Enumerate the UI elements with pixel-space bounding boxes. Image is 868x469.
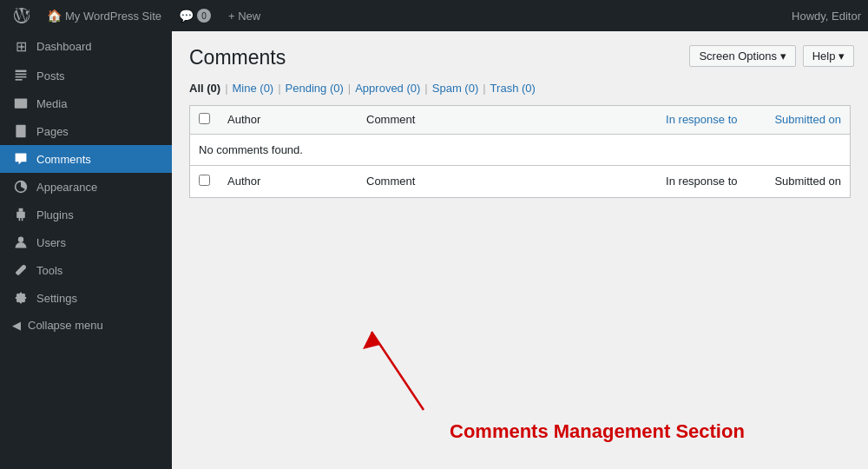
filter-link-mine[interactable]: Mine (0) <box>233 82 274 95</box>
plugins-icon <box>12 208 30 221</box>
comments-table: Author Comment In response to Submitted … <box>189 105 851 198</box>
svg-point-16 <box>18 237 23 242</box>
sidebar: ⊞ Dashboard Posts Media Pages Comments <box>0 31 172 469</box>
dashboard-icon: ⊞ <box>12 38 30 55</box>
svg-rect-3 <box>16 79 23 81</box>
screen-options-button[interactable]: Screen Options ▾ <box>689 45 795 67</box>
submitted-header: Submitted on <box>746 105 851 134</box>
site-name-button[interactable]: 🏠 My WordPress Site <box>40 0 168 31</box>
sidebar-item-pages[interactable]: Pages <box>0 117 172 145</box>
svg-rect-0 <box>16 70 27 72</box>
sidebar-item-users[interactable]: Users <box>0 228 172 256</box>
svg-line-17 <box>372 332 424 410</box>
svg-rect-15 <box>22 218 23 221</box>
svg-rect-8 <box>17 128 24 129</box>
sidebar-item-label: Settings <box>36 292 77 305</box>
sidebar-item-label: Comments <box>36 153 91 166</box>
collapse-icon: ◀ <box>12 319 21 332</box>
sidebar-item-posts[interactable]: Posts <box>0 62 172 89</box>
select-all-header <box>190 105 220 134</box>
main-layout: ⊞ Dashboard Posts Media Pages Comments <box>0 31 868 469</box>
admin-bar: 🏠 My WordPress Site 💬 0 + New Howdy, Edi… <box>0 0 868 31</box>
footer-comment-cell: Comment <box>358 165 616 197</box>
help-button[interactable]: Help ▾ <box>803 45 854 67</box>
svg-rect-9 <box>17 129 24 130</box>
sidebar-item-appearance[interactable]: Appearance <box>0 173 172 201</box>
annotation-arrow <box>354 314 476 419</box>
collapse-menu-button[interactable]: ◀ Collapse menu <box>0 312 172 339</box>
filter-link-trash[interactable]: Trash (0) <box>490 82 536 95</box>
tools-icon <box>12 263 30 277</box>
footer-submitted-cell: Submitted on <box>746 165 851 197</box>
content-area: Screen Options ▾ Help ▾ Comments All (0)… <box>172 31 868 469</box>
footer-checkbox[interactable] <box>199 175 210 186</box>
comments-button[interactable]: 💬 0 <box>172 0 218 31</box>
comments-count: 0 <box>197 9 211 23</box>
no-comments-text: No comments found. <box>199 143 303 156</box>
users-icon <box>12 235 30 249</box>
sidebar-item-media[interactable]: Media <box>0 89 172 117</box>
filter-link-pending[interactable]: Pending (0) <box>286 82 344 95</box>
sidebar-item-label: Dashboard <box>36 40 92 53</box>
sidebar-item-label: Tools <box>36 264 62 277</box>
site-name-label: My WordPress Site <box>65 10 161 23</box>
sidebar-item-label: Users <box>36 236 66 249</box>
wp-logo-button[interactable] <box>7 0 36 31</box>
svg-rect-12 <box>19 208 23 212</box>
new-content-button[interactable]: + New <box>221 0 267 31</box>
media-icon <box>12 96 30 110</box>
comment-header: Comment <box>358 105 616 134</box>
footer-checkbox-cell <box>190 165 220 197</box>
no-comments-row: No comments found. <box>190 134 851 165</box>
table-row-footer: Author Comment In response to Submitted … <box>190 165 851 197</box>
filter-link-all[interactable]: All (0) <box>189 82 220 95</box>
sidebar-item-label: Plugins <box>36 208 74 221</box>
comments-nav-icon <box>12 152 30 166</box>
footer-author-cell: Author <box>219 165 358 197</box>
sidebar-item-tools[interactable]: Tools <box>0 256 172 284</box>
posts-icon <box>12 69 30 83</box>
pages-icon <box>12 124 30 138</box>
sidebar-item-settings[interactable]: Settings <box>0 284 172 312</box>
filter-link-spam[interactable]: Spam (0) <box>432 82 478 95</box>
sidebar-item-dashboard[interactable]: ⊞ Dashboard <box>0 31 172 62</box>
select-all-checkbox[interactable] <box>199 113 210 124</box>
appearance-icon <box>12 180 30 194</box>
new-label: + New <box>228 10 260 23</box>
footer-response-cell: In response to <box>616 165 746 197</box>
filter-link-approved[interactable]: Approved (0) <box>355 82 420 95</box>
top-buttons: Screen Options ▾ Help ▾ <box>689 45 854 67</box>
svg-rect-7 <box>16 125 25 137</box>
svg-rect-10 <box>17 132 23 133</box>
svg-point-5 <box>16 100 19 102</box>
sidebar-item-comments[interactable]: Comments <box>0 145 172 173</box>
howdy-label: Howdy, Editor <box>792 10 861 23</box>
admin-bar-right: Howdy, Editor <box>792 10 861 23</box>
sidebar-item-label: Posts <box>36 69 65 83</box>
admin-bar-left: 🏠 My WordPress Site 💬 0 + New <box>7 0 792 31</box>
annotation-text: Comments Management Section <box>450 420 745 442</box>
no-comments-cell: No comments found. <box>190 134 851 165</box>
svg-marker-18 <box>363 332 380 349</box>
settings-icon <box>12 291 30 305</box>
svg-rect-1 <box>16 74 27 76</box>
sidebar-item-label: Media <box>36 97 67 110</box>
sidebar-item-label: Pages <box>36 125 69 138</box>
svg-rect-14 <box>19 218 21 221</box>
sidebar-item-label: Appearance <box>36 181 97 194</box>
filter-bar: All (0) | Mine (0) | Pending (0) | Appro… <box>189 82 851 95</box>
response-header: In response to <box>616 105 746 134</box>
author-header: Author <box>219 105 358 134</box>
svg-rect-2 <box>16 76 27 78</box>
svg-rect-13 <box>16 212 25 218</box>
sidebar-item-plugins[interactable]: Plugins <box>0 201 172 228</box>
collapse-menu-label: Collapse menu <box>28 319 103 332</box>
